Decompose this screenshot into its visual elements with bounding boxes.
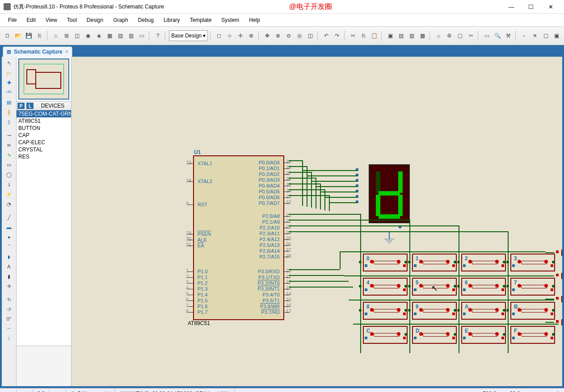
device-item[interactable]: AT89C51 [17,117,71,125]
tab-schematic-capture[interactable]: ⊞ Schematic Capture × [3,46,72,57]
menu-tool[interactable]: Tool [63,16,81,24]
block-move-icon[interactable]: ▤ [396,30,406,41]
key-button-7[interactable]: 7 [510,278,555,296]
goto-sheet-icon[interactable]: ▢ [541,30,551,41]
schematic-canvas[interactable]: U1 AT89C51 XTAL119XTAL218RST9PSEN29ALE30… [72,57,562,386]
wire[interactable] [340,251,341,269]
tool-icon[interactable]: ▥ [126,30,136,41]
wire[interactable] [545,322,554,323]
wire[interactable] [360,251,361,353]
wire[interactable] [307,175,358,176]
grid-icon[interactable]: ⊹ [225,30,234,41]
decompose-icon[interactable]: ✂ [466,30,476,41]
devices-list[interactable]: 7SEG-COM-CAT-GRNAT89C51BUTTONCAPCAP-ELEC… [17,110,71,346]
rotation-angle[interactable]: 0° [4,315,14,323]
wire[interactable] [311,181,358,182]
resistor-R12[interactable]: R1247k [560,315,562,334]
device-item[interactable]: 7SEG-COM-CAT-GRN [17,110,71,117]
menu-library[interactable]: Library [159,16,185,24]
wire[interactable] [289,189,324,190]
resistor-R10[interactable]: R1047k [560,268,562,287]
instruments-icon[interactable]: ◔ [4,200,14,209]
key-button-1[interactable]: 1 [412,254,457,271]
copy-icon[interactable]: ⎘ [359,30,368,41]
close-button[interactable]: ✕ [541,0,560,13]
open-file-icon[interactable]: 📂 [13,30,23,41]
path-2d-icon[interactable]: ◗ [4,252,14,261]
junction-mode-icon[interactable]: ✚ [4,78,14,87]
ground-symbol[interactable] [384,232,394,243]
gerber-icon[interactable]: ◈ [94,30,103,41]
key-button-3[interactable]: 3 [510,254,555,271]
line-2d-icon[interactable]: ╱ [4,213,14,222]
tab-close-icon[interactable]: × [65,49,68,55]
origin-icon[interactable]: ✢ [236,30,245,41]
selection-mode-icon[interactable]: ↖ [4,58,14,67]
circle-2d-icon[interactable]: ● [4,233,14,242]
junction-node[interactable] [404,261,407,263]
tape-mode-icon[interactable]: ▭ [4,160,14,169]
key-button-6[interactable]: 6 [461,278,506,296]
key-button-2[interactable]: 2 [461,254,506,271]
help-icon[interactable]: ? [153,30,163,41]
wire[interactable] [349,300,554,300]
graph-mode-icon[interactable]: ∿ [4,150,14,159]
device-pins-icon[interactable]: ⊳ [4,141,14,150]
junction-node[interactable] [457,285,460,288]
resistor-R9[interactable]: R947k [560,245,562,264]
wire[interactable] [289,281,349,282]
zoom-all-icon[interactable]: ◎ [295,30,304,41]
zoom-area-icon[interactable]: ◫ [306,30,315,41]
redo-icon[interactable]: ↷ [332,30,341,41]
code-icon[interactable]: ▭ [137,30,147,41]
device-item[interactable]: CAP-ELEC [17,139,71,146]
del-sheet-icon[interactable]: ✕ [530,30,540,41]
play-button[interactable]: ▶ [0,389,16,392]
wire[interactable] [316,178,316,209]
junction-node[interactable] [454,285,456,288]
junction-node[interactable] [454,309,456,312]
block-delete-icon[interactable]: ▦ [418,30,427,41]
designer-icon[interactable]: ▦ [105,30,114,41]
terminals-mode-icon[interactable]: ⊸ [4,131,14,140]
junction-node[interactable] [552,261,555,263]
package-icon[interactable]: ▢ [455,30,465,41]
wire[interactable] [289,195,329,196]
wire[interactable] [344,275,550,276]
menu-help[interactable]: Help [244,16,265,24]
junction-node[interactable] [359,261,362,263]
key-button-8[interactable]: 8 [363,302,408,320]
menu-view[interactable]: View [41,16,62,24]
key-button-F[interactable]: F [510,326,555,344]
junction-node[interactable] [457,309,460,312]
wire[interactable] [545,299,554,300]
wirelabel-mode-icon[interactable]: ᴸᴮᴸ [4,88,14,97]
property-icon[interactable]: ⚒ [504,30,513,41]
save-icon[interactable]: 💾 [24,30,34,41]
device-item[interactable]: CAP [17,132,71,139]
wire[interactable] [289,183,320,184]
key-button-0[interactable]: 0 [363,254,408,271]
block-copy-icon[interactable]: ▣ [386,30,395,41]
wire[interactable] [289,269,340,270]
junction-node[interactable] [404,333,407,336]
wire[interactable] [320,192,358,192]
minimize-button[interactable]: — [501,0,521,13]
exit-sheet-icon[interactable]: ▣ [552,30,561,41]
text-2d-icon[interactable]: A [4,262,14,271]
rotate-ccw-icon[interactable]: ↺ [4,305,14,314]
menu-debug[interactable]: Debug [134,16,158,24]
wire[interactable] [289,275,344,276]
wire[interactable] [289,225,459,226]
mirror-h-icon[interactable]: ↔ [4,324,14,333]
step-button[interactable]: ▶| [17,389,33,392]
wire[interactable] [329,202,358,203]
text-script-icon[interactable]: ▤ [4,98,14,107]
menu-file[interactable]: File [4,16,21,24]
buses-mode-icon[interactable]: ╫ [4,108,14,117]
key-button-4[interactable]: 4 [363,278,408,296]
pick-icon[interactable]: ⌕ [434,30,443,41]
wire[interactable] [353,324,559,325]
undo-icon[interactable]: ↶ [321,30,331,41]
junction-node[interactable] [503,261,505,263]
